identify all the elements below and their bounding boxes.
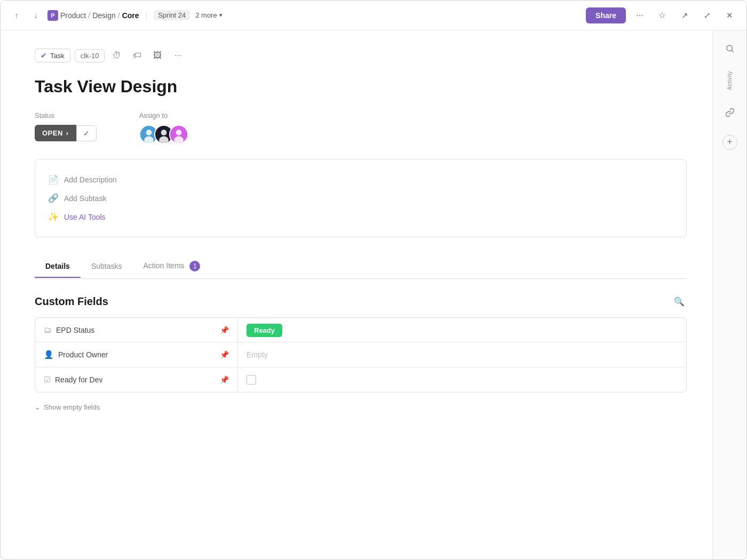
assign-section: Assign to <box>139 111 188 144</box>
task-title[interactable]: Task View Design <box>35 76 687 97</box>
use-ai-label: Use AI Tools <box>64 213 106 221</box>
right-panel: Activity + <box>712 30 746 559</box>
ready-for-dev-pin-icon[interactable]: 📌 <box>220 375 229 384</box>
add-subtask-label: Add Subtask <box>64 194 106 203</box>
share-button[interactable]: Share <box>586 7 626 23</box>
tab-details-label: Details <box>45 262 70 270</box>
tab-action-items[interactable]: Action Items 1 <box>133 254 211 279</box>
ready-badge[interactable]: Ready <box>247 324 282 337</box>
more-options-button[interactable]: ··· <box>631 7 648 24</box>
more-chevron-icon: ▾ <box>219 12 222 19</box>
panel-search-icon[interactable] <box>720 39 740 58</box>
task-type-label: Task <box>50 52 65 60</box>
status-open-button[interactable]: OPEN › <box>35 125 76 141</box>
task-id-badge: clk-10 <box>75 49 105 62</box>
task-type-badge[interactable]: ✔ Task <box>35 49 70 62</box>
description-doc-icon: 📄 <box>48 174 59 185</box>
task-check-icon: ✔ <box>41 51 47 60</box>
top-bar: ↑ ↓ P Product / Design / Core | Sprint 2… <box>1 1 746 30</box>
more-label: 2 more <box>195 11 217 19</box>
activity-label: Activity <box>727 71 733 90</box>
svg-point-1 <box>146 130 152 136</box>
svg-line-10 <box>732 50 733 52</box>
tab-details[interactable]: Details <box>35 255 81 278</box>
panel-add-icon[interactable]: + <box>722 135 737 150</box>
ready-for-dev-checkbox[interactable] <box>247 375 256 385</box>
product-owner-value: Empty <box>247 350 268 359</box>
status-btn-group: OPEN › ✓ <box>35 125 97 141</box>
app-window: ↑ ↓ P Product / Design / Core | Sprint 2… <box>0 0 747 560</box>
show-empty-fields[interactable]: ⌄ Show empty fields <box>35 401 687 413</box>
nav-down-arrow[interactable]: ↓ <box>28 8 43 23</box>
status-section: Status OPEN › ✓ <box>35 111 97 141</box>
status-confirm-button[interactable]: ✓ <box>76 125 97 141</box>
svg-point-4 <box>161 130 166 136</box>
fullscreen-icon[interactable]: ⤢ <box>698 7 716 24</box>
close-icon[interactable]: ✕ <box>721 7 738 24</box>
fields-search-icon[interactable]: 🔍 <box>672 294 687 309</box>
top-bar-right: Share ··· ☆ ↗ ⤢ ✕ <box>586 7 738 24</box>
epd-status-icon: 🗂 <box>44 325 52 334</box>
image-icon[interactable]: 🖼 <box>149 47 165 63</box>
panel-activity[interactable]: Activity <box>727 71 733 90</box>
panel-link-icon[interactable] <box>720 103 740 122</box>
field-value-product-owner[interactable]: Empty <box>238 344 686 365</box>
status-label-text: OPEN <box>42 129 63 137</box>
export-icon[interactable]: ↗ <box>676 7 693 24</box>
field-label-epd-status: 🗂 EPD Status 📌 <box>35 318 238 342</box>
tab-subtasks-label: Subtasks <box>91 262 122 270</box>
svg-point-5 <box>159 137 169 144</box>
field-label-ready-for-dev: ☑ Ready for Dev 📌 <box>35 367 238 392</box>
subtask-icon: 🔗 <box>48 193 59 203</box>
field-row-product-owner: 👤 Product Owner 📌 Empty <box>35 342 686 367</box>
tabs-row: Details Subtasks Action Items 1 <box>35 254 687 279</box>
svg-point-8 <box>174 137 184 144</box>
product-owner-label: Product Owner <box>58 350 108 359</box>
breadcrumb: P Product / Design / Core | Sprint 24 2 … <box>47 10 222 21</box>
svg-point-2 <box>144 137 154 144</box>
svg-point-7 <box>176 130 181 136</box>
custom-fields-header: Custom Fields 🔍 <box>35 294 687 309</box>
toolbar-more-icon[interactable]: ··· <box>170 47 186 63</box>
ai-icon: ✨ <box>48 212 59 222</box>
breadcrumb-sep-1: / <box>88 11 90 20</box>
field-value-ready-for-dev <box>238 369 686 391</box>
task-toolbar: ✔ Task clk-10 ⏱ 🏷 🖼 ··· <box>35 47 687 63</box>
action-items-badge: 1 <box>189 261 200 271</box>
tag-icon[interactable]: 🏷 <box>129 47 145 63</box>
more-button[interactable]: 2 more ▾ <box>195 11 222 19</box>
add-description-label: Add Description <box>64 175 117 184</box>
status-arrow-icon: › <box>66 129 69 137</box>
breadcrumb-design[interactable]: Design <box>92 11 116 20</box>
field-value-epd-status: Ready <box>238 319 686 341</box>
timer-icon[interactable]: ⏱ <box>109 47 125 63</box>
svg-point-9 <box>727 45 733 51</box>
nav-up-arrow[interactable]: ↑ <box>9 8 24 23</box>
ready-for-dev-icon: ☑ <box>44 375 51 385</box>
custom-fields-table: 🗂 EPD Status 📌 Ready 👤 Product Owner 📌 <box>35 317 687 393</box>
star-icon[interactable]: ☆ <box>654 7 671 24</box>
custom-fields-title: Custom Fields <box>35 295 108 308</box>
breadcrumb-product[interactable]: Product <box>60 11 86 20</box>
sprint-badge[interactable]: Sprint 24 <box>154 10 190 20</box>
field-row-ready-for-dev: ☑ Ready for Dev 📌 <box>35 367 686 392</box>
show-empty-label: Show empty fields <box>44 403 100 411</box>
top-bar-left: ↑ ↓ P Product / Design / Core | Sprint 2… <box>9 8 222 23</box>
content-area: ✔ Task clk-10 ⏱ 🏷 🖼 ··· Task View Design… <box>1 30 712 559</box>
assign-avatars <box>139 125 188 144</box>
avatar-3[interactable] <box>169 125 188 144</box>
epd-status-pin-icon[interactable]: 📌 <box>220 326 229 334</box>
epd-status-label: EPD Status <box>56 326 94 334</box>
tab-subtasks[interactable]: Subtasks <box>81 255 133 278</box>
product-owner-pin-icon[interactable]: 📌 <box>220 350 229 359</box>
use-ai-item[interactable]: ✨ Use AI Tools <box>48 207 673 226</box>
description-box: 📄 Add Description 🔗 Add Subtask ✨ Use AI… <box>35 159 687 237</box>
ready-for-dev-label: Ready for Dev <box>55 375 102 384</box>
assign-to-label: Assign to <box>139 111 188 119</box>
field-label-product-owner: 👤 Product Owner 📌 <box>35 342 238 367</box>
add-description-item[interactable]: 📄 Add Description <box>48 170 673 189</box>
breadcrumb-core[interactable]: Core <box>122 11 139 20</box>
tab-action-items-label: Action Items <box>144 261 185 270</box>
field-row-epd-status: 🗂 EPD Status 📌 Ready <box>35 318 686 342</box>
add-subtask-item[interactable]: 🔗 Add Subtask <box>48 189 673 207</box>
